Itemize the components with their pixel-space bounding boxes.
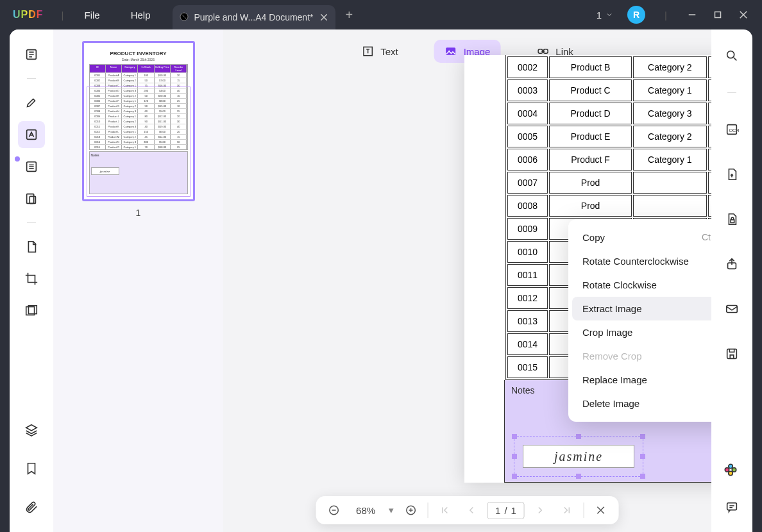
table-row: 0004Product DCategory 3200$4.0040: [507, 103, 711, 124]
highlight-tool-button[interactable]: [18, 89, 45, 116]
context-delete-image[interactable]: Delete ImageDel: [572, 392, 711, 415]
save-button[interactable]: [718, 340, 745, 367]
table-cell: 0005: [507, 126, 548, 147]
page-thumbnail[interactable]: PRODUCT INVENTORY Date: March 25th 2025 …: [82, 41, 195, 201]
table-cell: Product E: [549, 126, 632, 147]
resize-handle[interactable]: [512, 454, 517, 459]
table-cell: Category 2: [633, 56, 707, 78]
table-cell: 0015: [507, 356, 548, 378]
zoom-in-button[interactable]: [402, 501, 419, 519]
svg-rect-10: [446, 47, 455, 55]
svg-point-24: [732, 468, 736, 472]
resize-handle[interactable]: [576, 474, 581, 479]
convert-button[interactable]: [718, 161, 745, 188]
first-page-button[interactable]: [436, 501, 453, 519]
organize-pages-button[interactable]: [18, 153, 45, 180]
signature-image-selected[interactable]: jasmine: [518, 440, 639, 473]
table-cell: 0004: [507, 103, 548, 124]
context-extract-image[interactable]: Extract Image: [572, 297, 711, 320]
svg-rect-19: [731, 220, 734, 223]
context-copy[interactable]: CopyCtrl+C: [572, 226, 711, 249]
form-tool-button[interactable]: [18, 185, 45, 212]
reader-mode-button[interactable]: [18, 41, 45, 68]
share-button[interactable]: [718, 251, 745, 278]
table-cell: 0010: [507, 241, 548, 263]
prev-page-button[interactable]: [461, 501, 479, 519]
email-button[interactable]: [718, 295, 745, 322]
table-cell: 75: [708, 79, 711, 101]
edit-tool-button[interactable]: [18, 121, 45, 148]
close-tab-button[interactable]: [319, 12, 329, 22]
compress-tool-button[interactable]: [18, 297, 45, 324]
table-cell: 0012: [507, 287, 548, 309]
bottom-pager: 68% ▾ 1/1: [316, 496, 619, 524]
page-tool-button[interactable]: [18, 233, 45, 260]
maximize-button[interactable]: [712, 9, 724, 21]
table-row: 0005Product ECategory 250$20.0010: [507, 126, 711, 147]
table-cell: 50: [708, 126, 711, 147]
resize-handle[interactable]: [512, 474, 517, 479]
page-count-dropdown[interactable]: 1: [597, 10, 613, 21]
svg-rect-5: [27, 194, 34, 204]
bookmark-button[interactable]: [18, 455, 45, 482]
page-input[interactable]: 1/1: [487, 502, 525, 519]
table-cell: [633, 195, 707, 217]
thumb-subtitle: Date: March 25th 2025: [89, 58, 188, 62]
signature-image[interactable]: jasmine: [523, 445, 634, 468]
table-cell: 0006: [507, 149, 548, 170]
thumbnail-panel: PRODUCT INVENTORY Date: March 25th 2025 …: [53, 29, 223, 532]
context-rotate-ccw[interactable]: Rotate Counterclockwise: [572, 249, 711, 273]
avatar[interactable]: R: [627, 6, 645, 24]
resize-handle[interactable]: [512, 434, 517, 439]
svg-point-26: [725, 468, 729, 472]
close-pager-button[interactable]: [592, 501, 610, 519]
separator: [727, 92, 736, 93]
comment-button[interactable]: [718, 494, 745, 520]
zoom-out-button[interactable]: [325, 501, 343, 519]
zoom-dropdown[interactable]: ▾: [389, 504, 394, 516]
ai-assistant-button[interactable]: [724, 463, 740, 479]
menu-help[interactable]: Help: [131, 10, 151, 21]
table-cell: 0013: [507, 310, 548, 332]
table-cell: Category 1: [633, 79, 707, 101]
context-rotate-cw[interactable]: Rotate Clockwise: [572, 273, 711, 297]
table-cell: 0002: [507, 56, 548, 78]
resize-handle[interactable]: [576, 434, 581, 439]
minimize-button[interactable]: [686, 9, 698, 21]
table-cell: Category 3: [633, 103, 707, 124]
svg-rect-6: [30, 196, 35, 203]
table-cell: 0007: [507, 172, 548, 194]
table-cell: 200: [708, 103, 711, 124]
canvas-area: Text Image Link 0002Product BCategory 25…: [223, 29, 711, 532]
titlebar: UPDF | File Help Purple and W...A4 Docum…: [0, 0, 762, 29]
separator: [27, 222, 36, 223]
separator: [27, 78, 36, 79]
table-row: 0007Prod$15.0010: [507, 172, 711, 194]
attachment-button[interactable]: [18, 494, 45, 520]
resize-handle[interactable]: [640, 454, 645, 459]
table-cell: Product F: [549, 149, 632, 170]
app-logo: UPDF: [13, 9, 44, 21]
context-crop-image[interactable]: Crop Image: [572, 320, 711, 344]
thumb-page-number: 1: [136, 208, 141, 218]
edit-text-button[interactable]: Text: [351, 40, 409, 63]
document-tab[interactable]: Purple and W...A4 Document*: [173, 5, 335, 29]
layers-button[interactable]: [18, 417, 45, 444]
resize-handle[interactable]: [640, 474, 645, 479]
search-button[interactable]: [718, 42, 745, 69]
table-cell: 0003: [507, 79, 548, 101]
menu-file[interactable]: File: [84, 10, 99, 21]
protect-button[interactable]: [718, 206, 745, 233]
table-cell: 50: [708, 56, 711, 78]
last-page-button[interactable]: [558, 501, 576, 519]
context-replace-image[interactable]: Replace Image: [572, 368, 711, 392]
crop-tool-button[interactable]: [18, 265, 45, 292]
ocr-button[interactable]: OCR: [718, 116, 745, 143]
close-window-button[interactable]: [738, 9, 749, 21]
svg-text:OCR: OCR: [729, 128, 739, 133]
svg-point-25: [729, 471, 732, 475]
next-page-button[interactable]: [532, 501, 550, 519]
table-cell: 120: [708, 149, 711, 170]
add-tab-button[interactable]: +: [346, 8, 353, 22]
resize-handle[interactable]: [640, 434, 645, 439]
